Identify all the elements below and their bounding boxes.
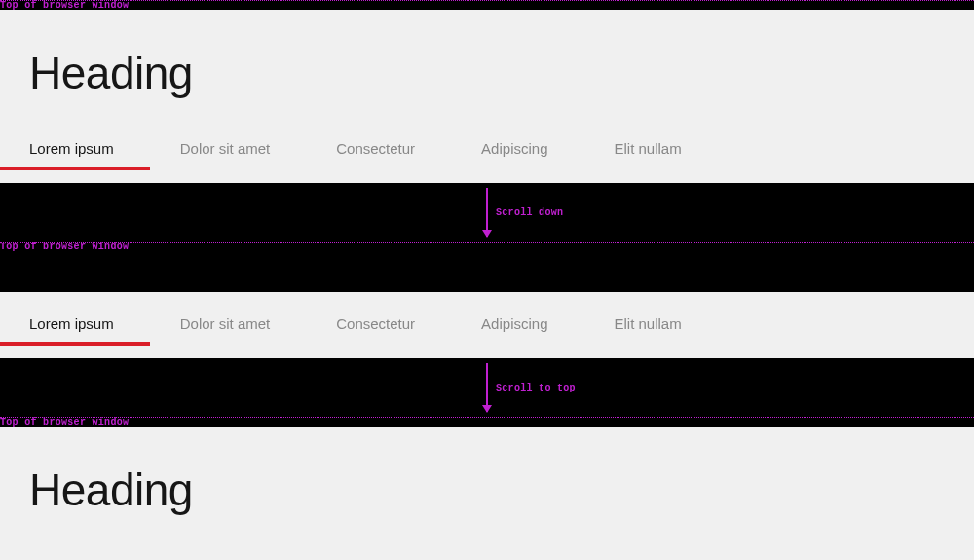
page-title: Heading: [29, 427, 945, 516]
active-tab-indicator: [0, 167, 150, 170]
tab-consectetur[interactable]: Consectetur: [336, 316, 415, 346]
transition-scroll-down: Scroll down: [0, 183, 974, 242]
tab-dolor-sit-amet[interactable]: Dolor sit amet: [180, 140, 271, 170]
viewport-marker-3: Top of browser window: [0, 417, 974, 427]
arrow-down-icon: Scroll to top: [486, 358, 488, 417]
arrow-label: Scroll down: [496, 207, 563, 218]
state-initial: Heading Lorem ipsum Dolor sit amet Conse…: [0, 10, 974, 183]
tab-list: Lorem ipsum Dolor sit amet Consectetur A…: [29, 140, 945, 170]
transition-scroll-to-top: Scroll to top: [0, 358, 974, 417]
tab-dolor-sit-amet[interactable]: Dolor sit amet: [180, 316, 271, 346]
arrow-down-icon: Scroll down: [486, 183, 488, 242]
tab-elit-nullam[interactable]: Elit nullam: [614, 140, 681, 170]
active-tab-indicator: [0, 342, 150, 346]
state-sticky-tabs: Lorem ipsum Dolor sit amet Consectetur A…: [0, 292, 974, 358]
tab-adipiscing[interactable]: Adipiscing: [481, 316, 547, 346]
tab-consectetur[interactable]: Consectetur: [336, 140, 415, 170]
viewport-marker-1: Top of browser window: [0, 0, 974, 10]
page-title: Heading: [29, 10, 945, 99]
viewport-marker-2: Top of browser window: [0, 242, 974, 251]
state-returned-to-top: Heading Lorem ipsum Dolor sit amet Conse…: [0, 427, 974, 560]
viewport-label: Top of browser window: [0, 242, 129, 252]
tab-elit-nullam[interactable]: Elit nullam: [614, 316, 681, 346]
tab-adipiscing[interactable]: Adipiscing: [481, 140, 547, 170]
arrow-label: Scroll to top: [496, 383, 576, 393]
tab-list: Lorem ipsum Dolor sit amet Consectetur A…: [29, 292, 945, 346]
